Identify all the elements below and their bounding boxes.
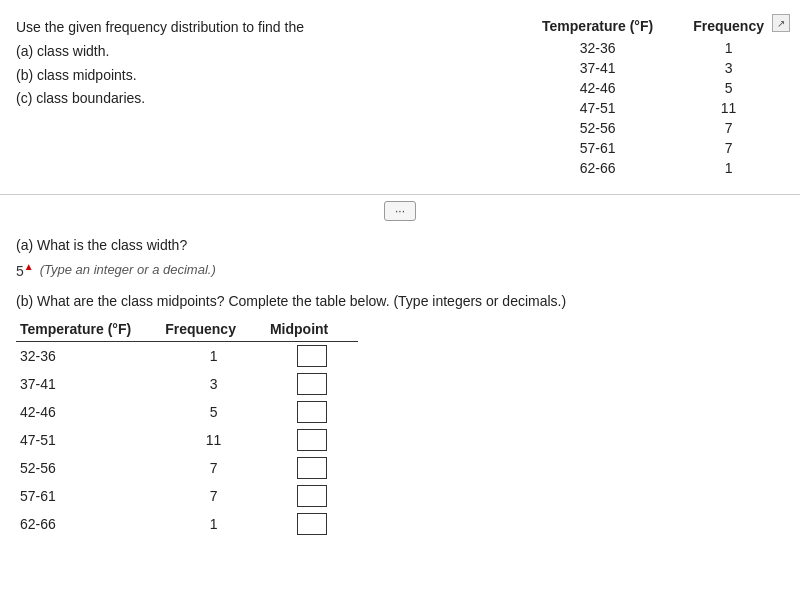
question-a-label: (a) What is the class width?: [16, 237, 784, 253]
freq-cell: 7: [673, 118, 784, 138]
midpoints-row: 42-46 5: [16, 398, 358, 426]
mp-freq-cell: 1: [161, 510, 266, 538]
answer-a-value: 5▲: [16, 261, 34, 279]
midpoint-input-6[interactable]: [297, 513, 327, 535]
temp-cell: 37-41: [522, 58, 673, 78]
top-frequency-table: Temperature (°F) Frequency 32-36137-4134…: [522, 16, 784, 178]
freq-cell: 5: [673, 78, 784, 98]
question-b-label: (b) What are the class midpoints? Comple…: [16, 293, 784, 309]
top-table-freq-header: Frequency: [673, 16, 784, 38]
expand-button[interactable]: ···: [384, 201, 416, 221]
midpoints-mid-header: Midpoint: [266, 319, 358, 342]
temp-cell: 62-66: [522, 158, 673, 178]
intro-text: Use the given frequency distribution to …: [16, 16, 482, 40]
mp-midpoint-cell[interactable]: [266, 398, 358, 426]
table-row: 52-567: [522, 118, 784, 138]
table-row: 32-361: [522, 38, 784, 58]
top-area: Use the given frequency distribution to …: [0, 0, 800, 227]
corner-icon[interactable]: ↗: [772, 14, 790, 32]
temp-cell: 42-46: [522, 78, 673, 98]
midpoint-input-2[interactable]: [297, 401, 327, 423]
freq-cell: 7: [673, 138, 784, 158]
mp-temp-cell: 42-46: [16, 398, 161, 426]
midpoint-input-5[interactable]: [297, 485, 327, 507]
mp-freq-cell: 11: [161, 426, 266, 454]
bottom-section: (a) What is the class width? 5▲ (Type an…: [0, 227, 800, 554]
mp-freq-cell: 3: [161, 370, 266, 398]
answer-a-indicator: ▲: [24, 261, 34, 272]
mp-midpoint-cell[interactable]: [266, 341, 358, 370]
mp-freq-cell: 5: [161, 398, 266, 426]
mp-midpoint-cell[interactable]: [266, 482, 358, 510]
temp-cell: 52-56: [522, 118, 673, 138]
mp-midpoint-cell[interactable]: [266, 510, 358, 538]
freq-cell: 11: [673, 98, 784, 118]
midpoints-row: 62-66 1: [16, 510, 358, 538]
midpoints-row: 52-56 7: [16, 454, 358, 482]
midpoints-row: 32-36 1: [16, 341, 358, 370]
mp-freq-cell: 7: [161, 454, 266, 482]
midpoints-row: 37-41 3: [16, 370, 358, 398]
mp-temp-cell: 37-41: [16, 370, 161, 398]
mp-temp-cell: 47-51: [16, 426, 161, 454]
freq-cell: 1: [673, 38, 784, 58]
midpoints-freq-header: Frequency: [161, 319, 266, 342]
problem-text: Use the given frequency distribution to …: [16, 16, 482, 178]
midpoint-input-3[interactable]: [297, 429, 327, 451]
table-row: 42-465: [522, 78, 784, 98]
mp-temp-cell: 62-66: [16, 510, 161, 538]
midpoints-row: 47-51 11: [16, 426, 358, 454]
midpoints-temp-header: Temperature (°F): [16, 319, 161, 342]
answer-a-row: 5▲ (Type an integer or a decimal.): [16, 261, 784, 279]
temp-cell: 47-51: [522, 98, 673, 118]
freq-cell: 3: [673, 58, 784, 78]
part-b-text: (b) class midpoints.: [16, 64, 482, 88]
table-row: 37-413: [522, 58, 784, 78]
midpoint-input-4[interactable]: [297, 457, 327, 479]
mp-temp-cell: 32-36: [16, 341, 161, 370]
table-row: 57-617: [522, 138, 784, 158]
temp-cell: 32-36: [522, 38, 673, 58]
table-row: 62-661: [522, 158, 784, 178]
answer-a-hint: (Type an integer or a decimal.): [40, 262, 216, 277]
midpoint-input-1[interactable]: [297, 373, 327, 395]
mp-midpoint-cell[interactable]: [266, 426, 358, 454]
answer-a-number: 5: [16, 263, 24, 279]
temp-cell: 57-61: [522, 138, 673, 158]
midpoints-table: Temperature (°F) Frequency Midpoint 32-3…: [16, 319, 358, 538]
midpoint-input-0[interactable]: [297, 345, 327, 367]
mp-freq-cell: 7: [161, 482, 266, 510]
mp-freq-cell: 1: [161, 341, 266, 370]
top-section: Use the given frequency distribution to …: [0, 0, 800, 186]
mp-temp-cell: 57-61: [16, 482, 161, 510]
part-c-text: (c) class boundaries.: [16, 87, 482, 111]
part-a-text: (a) class width.: [16, 40, 482, 64]
divider-row: ···: [0, 194, 800, 227]
top-table-temp-header: Temperature (°F): [522, 16, 673, 38]
freq-cell: 1: [673, 158, 784, 178]
mp-temp-cell: 52-56: [16, 454, 161, 482]
mp-midpoint-cell[interactable]: [266, 370, 358, 398]
mp-midpoint-cell[interactable]: [266, 454, 358, 482]
table-row: 47-5111: [522, 98, 784, 118]
midpoints-row: 57-61 7: [16, 482, 358, 510]
